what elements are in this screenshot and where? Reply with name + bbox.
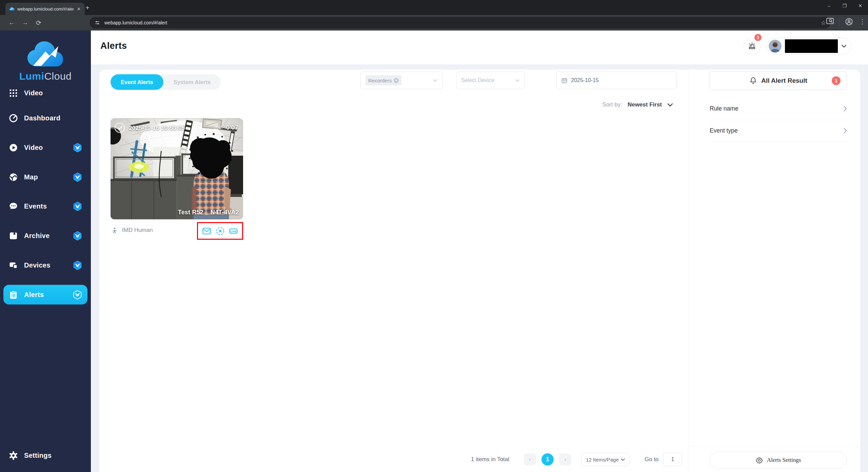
new-tab-button[interactable]: + xyxy=(85,4,90,11)
sidebar-item-alerts[interactable]: Alerts xyxy=(3,285,87,304)
sort-row: Sort by: Newest First xyxy=(584,99,673,110)
filter-row-rule-name[interactable]: Rule name xyxy=(710,98,847,120)
tab-event-alerts[interactable]: Event Alerts xyxy=(111,74,163,90)
event-type-text: IMD Human xyxy=(122,227,153,234)
sidebar-item-label: Video xyxy=(24,144,73,152)
camera-snapshot-image xyxy=(111,118,243,219)
browser-menu-icon[interactable]: ⋮ xyxy=(859,18,866,25)
side-panel-search-icon[interactable] xyxy=(826,18,834,25)
sidebar-item-video-wall[interactable]: Video xyxy=(3,83,87,103)
event-type-label: IMD Human xyxy=(111,219,153,241)
grid-icon xyxy=(9,88,18,98)
shield-badge-icon xyxy=(73,290,82,300)
all-alert-result-label: All Alert Result xyxy=(761,77,807,84)
clipboard-alerts-icon xyxy=(9,290,18,299)
sidebar-item-video[interactable]: Video xyxy=(3,138,87,157)
alert-card[interactable]: 2025-10-15 10 2025-10-15 10:53:05 0'07 T… xyxy=(111,118,243,241)
window-close-button[interactable]: ✕ xyxy=(852,0,868,12)
window-minimize-button[interactable]: – xyxy=(821,0,837,12)
event-type-label: Event type xyxy=(710,127,738,134)
human-icon xyxy=(111,227,118,234)
sidebar-item-settings[interactable]: Settings xyxy=(3,446,87,465)
sidebar-item-label: Dashboard xyxy=(24,114,82,122)
app-logo: LumiCloud xyxy=(0,37,91,82)
forward-icon[interactable]: → xyxy=(18,19,32,26)
date-picker[interactable]: 2025-10-15 xyxy=(556,72,676,89)
gear-icon xyxy=(756,457,763,464)
bell-icon xyxy=(749,77,757,84)
reload-icon[interactable]: ⟳ xyxy=(32,19,45,27)
chevron-down-icon[interactable] xyxy=(667,103,673,107)
shield-badge-icon xyxy=(73,260,82,270)
browser-tab[interactable]: webapp.lumicloud.com/#/alert ✕ xyxy=(5,3,85,15)
sidebar-item-label: Map xyxy=(24,173,73,181)
sidebar-item-map[interactable]: Map xyxy=(3,167,87,187)
recorders-select[interactable]: Recorders ✕ xyxy=(360,72,442,89)
redacted-username xyxy=(785,39,838,53)
sidebar-item-label: Devices xyxy=(24,261,73,269)
alarm-count-badge: 1 xyxy=(754,34,762,41)
goto-page-input[interactable] xyxy=(663,453,682,466)
date-value: 2025-10-15 xyxy=(571,77,599,83)
shield-badge-icon xyxy=(73,143,82,153)
sidebar-item-label: Alerts xyxy=(24,291,73,299)
alert-type-tabs: Event Alerts System Alerts xyxy=(111,74,221,90)
shield-badge-icon xyxy=(73,201,82,211)
alerts-settings-button[interactable]: Alerts Settings xyxy=(710,452,847,469)
sidebar: LumiCloud Video Dashboard xyxy=(0,31,91,472)
tab-title: webapp.lumicloud.com/#/alert xyxy=(17,6,74,12)
bookmark-star-icon[interactable]: ☆ xyxy=(821,19,826,26)
window-maximize-button[interactable]: ❐ xyxy=(837,0,852,12)
card-select-check-icon[interactable] xyxy=(115,123,125,133)
sort-value[interactable]: Newest First xyxy=(628,101,662,108)
tag-remove-icon[interactable]: ✕ xyxy=(394,78,399,83)
alert-duration: 0'07 xyxy=(226,124,238,131)
playback-icon[interactable] xyxy=(216,227,225,236)
items-per-page-select[interactable]: 12 Items/Page xyxy=(581,453,630,466)
panel-divider xyxy=(688,447,861,447)
logo-cloud-icon xyxy=(23,37,68,71)
all-alert-result-button[interactable]: All Alert Result 1 xyxy=(710,71,847,90)
sidebar-item-label: Settings xyxy=(24,452,82,459)
content-panel: Event Alerts System Alerts Recorders ✕ S… xyxy=(99,70,860,472)
url-text[interactable]: webapp.lumicloud.com/#/alert xyxy=(104,20,817,25)
alert-timestamp: 2025-10-15 10:53:05 xyxy=(129,125,185,132)
back-icon[interactable]: ← xyxy=(5,19,18,26)
sidebar-item-devices[interactable]: Devices xyxy=(3,255,87,275)
action-highlight-box: LIVE xyxy=(197,222,243,240)
rule-name-label: Rule name xyxy=(710,105,738,112)
goto-label: Go to xyxy=(645,453,659,466)
alerts-settings-label: Alerts Settings xyxy=(767,457,801,464)
filter-row-event-type[interactable]: Event type xyxy=(710,120,847,142)
gauge-icon xyxy=(9,114,18,123)
sidebar-item-archive[interactable]: Archive xyxy=(3,226,87,245)
map-globe-icon xyxy=(9,173,18,182)
address-bar[interactable]: webapp.lumicloud.com/#/alert ☆ xyxy=(90,17,831,28)
live-view-icon[interactable]: LIVE xyxy=(229,227,238,236)
calendar-icon xyxy=(561,77,568,84)
shield-badge-icon xyxy=(73,172,82,182)
logo-wordmark: LumiCloud xyxy=(0,71,91,82)
siren-icon xyxy=(748,42,756,51)
items-per-page-value: 12 Items/Page xyxy=(586,457,619,463)
shield-badge-icon xyxy=(73,231,82,241)
camera-name: Test R52 _ N4T-4VA2 xyxy=(178,209,239,216)
user-account-chip[interactable] xyxy=(766,38,851,55)
device-select[interactable]: Select Device xyxy=(456,72,525,89)
device-placeholder: Select Device xyxy=(461,77,494,83)
avatar xyxy=(769,40,782,53)
chevron-down-icon xyxy=(841,44,847,48)
pagination-next-button[interactable]: › xyxy=(559,453,571,466)
sidebar-item-dashboard[interactable]: Dashboard xyxy=(3,108,87,128)
profile-icon[interactable] xyxy=(845,18,853,26)
alert-thumbnail[interactable]: 2025-10-15 10 2025-10-15 10:53:05 0'07 T… xyxy=(111,118,243,219)
sidebar-item-events[interactable]: Events xyxy=(3,196,87,216)
page-title: Alerts xyxy=(100,41,127,51)
pagination-prev-button[interactable]: ‹ xyxy=(524,453,536,466)
pagination-page-1[interactable]: 1 xyxy=(541,453,554,466)
site-settings-icon[interactable] xyxy=(94,20,100,26)
tab-system-alerts[interactable]: System Alerts xyxy=(163,74,221,90)
tab-close-icon[interactable]: ✕ xyxy=(76,6,81,12)
mail-alert-icon[interactable] xyxy=(202,227,211,236)
gear-icon xyxy=(9,451,18,460)
